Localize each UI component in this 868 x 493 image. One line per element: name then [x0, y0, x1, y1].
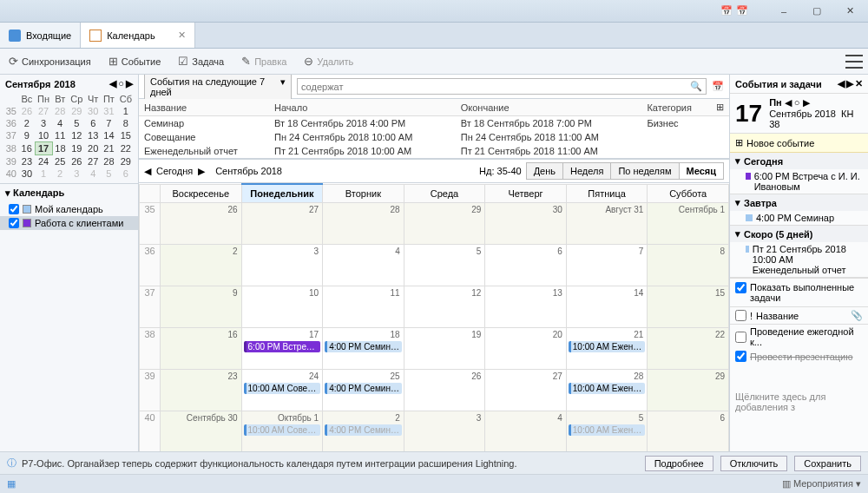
- minical-day[interactable]: 27: [35, 105, 52, 117]
- day-cell[interactable]: 14: [566, 286, 648, 328]
- minical-day[interactable]: 7: [101, 117, 117, 129]
- close-button[interactable]: ✕: [835, 3, 865, 20]
- minical-day[interactable]: 19: [68, 142, 85, 155]
- new-event-button[interactable]: ⊞Событие: [105, 53, 165, 69]
- day-cell[interactable]: 28: [323, 203, 404, 245]
- day-cell[interactable]: Август 31: [566, 203, 648, 245]
- section-header[interactable]: ▾Завтра: [730, 194, 868, 211]
- next-icon[interactable]: ▶: [198, 166, 205, 177]
- day-cell[interactable]: 29: [648, 370, 729, 411]
- day-cell[interactable]: 4: [485, 411, 567, 452]
- calendar-checkbox[interactable]: [9, 218, 19, 228]
- day-cell[interactable]: 2: [161, 245, 242, 286]
- day-cell[interactable]: 26: [161, 203, 242, 245]
- minical-day[interactable]: 9: [19, 129, 35, 142]
- minimize-button[interactable]: –: [769, 3, 799, 20]
- minical-day[interactable]: 4: [52, 117, 68, 129]
- day-cell[interactable]: 4: [323, 245, 404, 286]
- day-cell[interactable]: 12: [404, 286, 485, 328]
- event-chip[interactable]: 4:00 PM Семинар: [325, 341, 402, 352]
- save-button[interactable]: Сохранить: [794, 456, 861, 471]
- tab-inbox[interactable]: Входящие: [0, 23, 81, 48]
- day-cell[interactable]: Октябрь 110:00 AM Совеща...: [241, 411, 323, 452]
- dow-header[interactable]: Суббота: [648, 184, 729, 203]
- event-row[interactable]: Еженедельный отчетПт 21 Сентябрь 2018 10…: [139, 144, 729, 158]
- minical-day[interactable]: 25: [52, 155, 68, 168]
- day-cell[interactable]: 176:00 PM Встреча с...: [241, 328, 323, 370]
- search-icon[interactable]: 🔍: [690, 81, 702, 92]
- day-cell[interactable]: 5: [404, 245, 485, 286]
- agenda-item[interactable]: 4:00 PM Семинар: [730, 211, 868, 225]
- day-cell[interactable]: 26: [404, 370, 485, 411]
- day-cell[interactable]: 6: [485, 245, 567, 286]
- day-cell[interactable]: Сентябрь 30: [161, 411, 242, 452]
- minical-day[interactable]: 6: [117, 168, 135, 180]
- event-chip[interactable]: 10:00 AM Еженеде...: [569, 383, 646, 394]
- minical-day[interactable]: 4: [85, 168, 101, 180]
- disable-button[interactable]: Отключить: [720, 456, 788, 471]
- view-button[interactable]: День: [526, 162, 563, 180]
- task-filter-checkbox[interactable]: [735, 310, 746, 321]
- day-cell[interactable]: 13: [485, 286, 567, 328]
- delete-button[interactable]: ⊖Удалить: [300, 53, 357, 69]
- next-icon[interactable]: ▶: [846, 78, 853, 89]
- minical-day[interactable]: 27: [85, 155, 101, 168]
- minical-day[interactable]: 5: [101, 168, 117, 180]
- day-cell[interactable]: 254:00 PM Семинар: [323, 370, 404, 411]
- event-chip[interactable]: 4:00 PM Семинар: [325, 383, 402, 394]
- next-month-icon[interactable]: ▶: [126, 78, 133, 89]
- minical-day[interactable]: 11: [52, 129, 68, 142]
- panel-switcher[interactable]: ▥ Мероприятия ▾: [782, 478, 861, 490]
- day-cell[interactable]: 2810:00 AM Еженеде...: [566, 370, 648, 411]
- day-cell[interactable]: 184:00 PM Семинар: [323, 328, 404, 370]
- calendar-picker-icon[interactable]: 📅: [712, 81, 724, 92]
- menu-icon[interactable]: [845, 55, 863, 69]
- status-left-icon[interactable]: ▦: [7, 478, 16, 490]
- dow-header[interactable]: Пятница: [566, 184, 648, 203]
- filter-dropdown[interactable]: События на следующие 7 дней ▾: [144, 75, 292, 100]
- dow-header[interactable]: Среда: [404, 184, 485, 203]
- day-cell[interactable]: 2110:00 AM Еженеде...: [566, 328, 648, 370]
- section-header[interactable]: ▾Скоро (5 дней): [730, 226, 868, 242]
- day-cell[interactable]: 9: [161, 286, 242, 328]
- task-checkbox[interactable]: [735, 332, 746, 343]
- day-cell[interactable]: 15: [648, 286, 729, 328]
- day-cell[interactable]: 19: [404, 328, 485, 370]
- day-cell[interactable]: 30: [485, 203, 567, 245]
- minical-day[interactable]: 30: [19, 168, 35, 180]
- minical-day[interactable]: 17: [35, 142, 52, 155]
- column-header[interactable]: Название: [139, 99, 269, 116]
- prev-icon[interactable]: ◀: [838, 78, 845, 89]
- event-chip[interactable]: 10:00 AM Еженеде...: [569, 424, 646, 436]
- minical-day[interactable]: 20: [85, 142, 101, 155]
- minical-day[interactable]: 21: [101, 142, 117, 155]
- dow-header[interactable]: Понедельник: [241, 184, 323, 203]
- event-chip[interactable]: 6:00 PM Встреча с...: [244, 341, 321, 352]
- minical-day[interactable]: 26: [19, 105, 35, 117]
- calendar-list-header[interactable]: ▾ Календарь: [0, 183, 138, 202]
- minical-day[interactable]: 28: [52, 105, 68, 117]
- column-header[interactable]: Категория: [641, 99, 711, 116]
- minical-day[interactable]: 1: [35, 168, 52, 180]
- prev-icon[interactable]: ◀: [144, 166, 151, 177]
- today-icon[interactable]: ○: [118, 78, 124, 89]
- day-cell[interactable]: 24:00 PM Семинар: [323, 411, 404, 452]
- new-event-input[interactable]: ⊞ Новое событие: [730, 134, 868, 153]
- more-button[interactable]: Подробнее: [645, 456, 713, 471]
- day-cell[interactable]: 6: [648, 411, 729, 452]
- event-row[interactable]: СеминарВт 18 Сентябрь 2018 4:00 PMВт 18 …: [139, 116, 729, 131]
- view-button[interactable]: По неделям: [610, 162, 679, 180]
- minical-day[interactable]: 3: [68, 168, 85, 180]
- day-cell[interactable]: 3: [241, 245, 323, 286]
- sync-button[interactable]: ⟳Синхронизация: [5, 53, 95, 69]
- day-cell[interactable]: 16: [161, 328, 242, 370]
- calendar-checkbox[interactable]: [9, 204, 19, 214]
- event-chip[interactable]: 10:00 AM Еженеде...: [569, 341, 646, 352]
- day-cell[interactable]: 27: [241, 203, 323, 245]
- dow-header[interactable]: Вторник: [323, 184, 404, 203]
- day-cell[interactable]: 23: [161, 370, 242, 411]
- calendar-mini-icon[interactable]: 📅: [736, 5, 748, 16]
- dow-header[interactable]: Четверг: [485, 184, 567, 203]
- agenda-item[interactable]: Пт 21 Сентябрь 2018 10:00 AM Еженедельны…: [730, 242, 868, 277]
- minical-day[interactable]: 29: [68, 105, 85, 117]
